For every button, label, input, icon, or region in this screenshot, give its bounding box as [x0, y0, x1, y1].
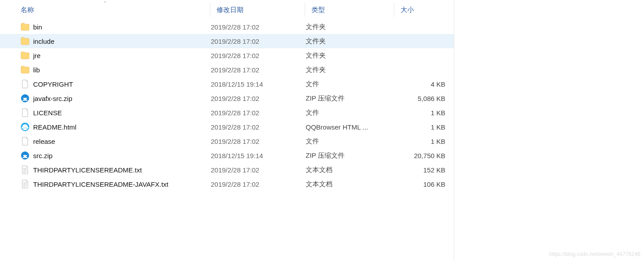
column-header-label: 类型 [311, 6, 325, 14]
file-type: 文件 [306, 80, 394, 88]
column-header-label: 大小 [401, 6, 414, 14]
file-size: 4 KB [394, 80, 448, 88]
file-icon [21, 80, 30, 88]
column-header-size[interactable]: 大小 [394, 0, 454, 20]
file-name-cell: README.html [21, 122, 211, 131]
file-type: 文件夹 [306, 23, 394, 31]
folder-icon [21, 65, 30, 74]
file-name: README.html [33, 123, 77, 131]
file-row[interactable]: THIRDPARTYLICENSEREADME-JAVAFX.txt2019/2… [0, 177, 454, 191]
file-date: 2019/2/28 17:02 [211, 109, 306, 117]
file-size: 152 KB [394, 166, 448, 174]
column-header-type[interactable]: 类型 [305, 0, 393, 20]
file-name: bin [33, 23, 42, 31]
file-date: 2019/2/28 17:02 [211, 23, 306, 31]
file-size: 1 KB [394, 138, 448, 145]
file-date: 2019/2/28 17:02 [211, 52, 306, 59]
file-row[interactable]: src.zip2018/12/15 19:14ZIP 压缩文件20,750 KB [0, 148, 454, 163]
column-header-label: 修改日期 [217, 6, 243, 14]
sort-asc-icon: ˆ [104, 1, 106, 6]
file-date: 2019/2/28 17:02 [211, 38, 306, 45]
column-header-name[interactable]: 名称 ˆ [0, 0, 210, 20]
file-row[interactable]: README.html2019/2/28 17:02QQBrowser HTML… [0, 120, 454, 134]
file-name-cell: bin [21, 22, 211, 31]
file-type: 文件 [306, 137, 394, 146]
file-date: 2019/2/28 17:02 [211, 123, 306, 131]
column-header-date[interactable]: 修改日期 [210, 0, 305, 20]
file-row[interactable]: release2019/2/28 17:02文件1 KB [0, 134, 454, 148]
file-date: 2018/12/15 19:14 [211, 80, 306, 88]
file-date: 2018/12/15 19:14 [211, 152, 306, 159]
file-type: ZIP 压缩文件 [306, 94, 394, 103]
file-type: 文件 [306, 109, 394, 117]
file-name-cell: src.zip [21, 151, 211, 160]
file-name-cell: THIRDPARTYLICENSEREADME-JAVAFX.txt [21, 180, 211, 189]
file-name-cell: jre [21, 51, 211, 60]
folder-icon [21, 37, 30, 46]
file-size: 1 KB [394, 109, 448, 117]
zip-icon [21, 151, 30, 160]
file-list: bin2019/2/28 17:02文件夹include2019/2/28 17… [0, 20, 454, 191]
column-header-label: 名称 [21, 6, 34, 14]
file-name: LICENSE [33, 109, 62, 117]
file-name: THIRDPARTYLICENSEREADME-JAVAFX.txt [33, 180, 168, 188]
file-type: QQBrowser HTML ... [306, 123, 394, 131]
txt-icon [21, 165, 30, 174]
file-icon [21, 137, 30, 146]
file-size: 5,086 KB [394, 95, 448, 102]
file-name-cell: javafx-src.zip [21, 94, 211, 103]
file-row[interactable]: LICENSE2019/2/28 17:02文件1 KB [0, 105, 454, 120]
file-row[interactable]: jre2019/2/28 17:02文件夹 [0, 48, 454, 63]
file-row[interactable]: bin2019/2/28 17:02文件夹 [0, 20, 454, 34]
file-row[interactable]: lib2019/2/28 17:02文件夹 [0, 63, 454, 77]
file-type: 文本文档 [306, 166, 394, 174]
txt-icon [21, 180, 30, 189]
file-name-cell: release [21, 137, 211, 146]
file-name-cell: LICENSE [21, 108, 211, 117]
file-name: release [33, 138, 55, 145]
file-date: 2019/2/28 17:02 [211, 66, 306, 74]
file-row[interactable]: include2019/2/28 17:02文件夹 [0, 34, 454, 48]
file-size: 1 KB [394, 123, 448, 131]
file-name: jre [33, 52, 41, 59]
file-date: 2019/2/28 17:02 [211, 138, 306, 145]
file-type: 文本文档 [306, 180, 394, 189]
file-name: lib [33, 66, 40, 74]
file-date: 2019/2/28 17:02 [211, 180, 306, 188]
zip-icon [21, 94, 30, 103]
file-name: THIRDPARTYLICENSEREADME.txt [33, 166, 142, 174]
file-icon [21, 108, 30, 117]
file-name: include [33, 38, 55, 45]
file-size: 106 KB [394, 180, 448, 188]
watermark: https://blog.csdn.net/weixin_44776246 [549, 251, 640, 257]
folder-icon [21, 51, 30, 60]
column-header-row: 名称 ˆ 修改日期 类型 大小 [0, 0, 454, 20]
file-name-cell: include [21, 37, 211, 46]
file-name: COPYRIGHT [33, 80, 73, 88]
file-name-cell: COPYRIGHT [21, 80, 211, 88]
file-type: 文件夹 [306, 37, 394, 46]
file-row[interactable]: javafx-src.zip2019/2/28 17:02ZIP 压缩文件5,0… [0, 91, 454, 105]
folder-icon [21, 22, 30, 31]
file-date: 2019/2/28 17:02 [211, 95, 306, 102]
file-type: 文件夹 [306, 51, 394, 60]
file-row[interactable]: COPYRIGHT2018/12/15 19:14文件4 KB [0, 77, 454, 91]
file-size: 20,750 KB [394, 152, 448, 159]
file-type: 文件夹 [306, 66, 394, 74]
html-icon [21, 122, 30, 131]
file-row[interactable]: THIRDPARTYLICENSEREADME.txt2019/2/28 17:… [0, 163, 454, 177]
file-name: javafx-src.zip [33, 95, 73, 102]
file-name: src.zip [33, 152, 52, 159]
file-name-cell: THIRDPARTYLICENSEREADME.txt [21, 165, 211, 174]
file-name-cell: lib [21, 65, 211, 74]
file-type: ZIP 压缩文件 [306, 151, 394, 160]
file-date: 2019/2/28 17:02 [211, 166, 306, 174]
